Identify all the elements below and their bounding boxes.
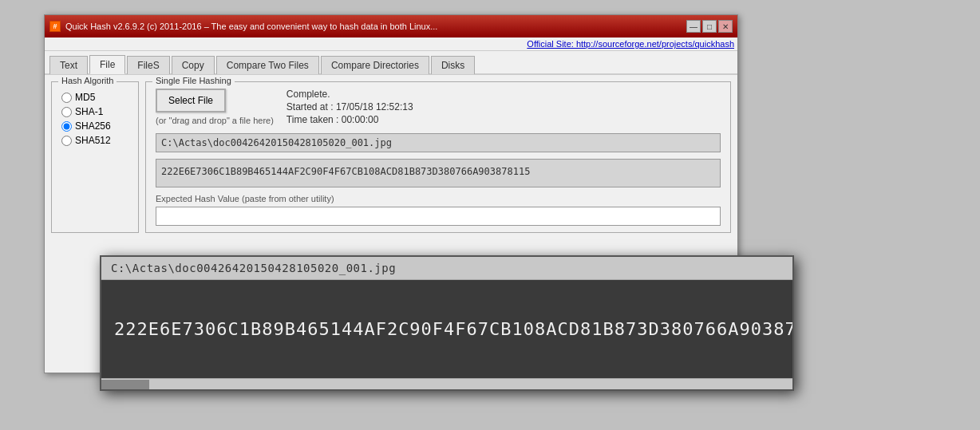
md5-label: MD5 xyxy=(75,92,95,103)
minimize-button[interactable]: — xyxy=(686,20,701,33)
expected-hash-input[interactable] xyxy=(156,207,721,226)
sha1-radio[interactable] xyxy=(61,107,72,117)
sha1-option[interactable]: SHA-1 xyxy=(61,106,128,117)
title-bar-left: # Quick Hash v2.6.9.2 (c) 2011-2016 – Th… xyxy=(49,21,437,32)
official-site-link[interactable]: Official Site: http://sourceforge.net/pr… xyxy=(527,39,734,49)
drag-drop-hint: (or "drag and drop" a file here) xyxy=(156,116,274,125)
zoom-hash-text: 222E6E7306C1B89B465144AF2C90F4F67CB108AC… xyxy=(114,319,794,339)
status-complete: Complete. xyxy=(286,89,413,100)
md5-radio[interactable] xyxy=(61,93,72,103)
file-top-row: Select File (or "drag and drop" a file h… xyxy=(156,89,721,125)
file-path-field[interactable] xyxy=(156,133,721,152)
sha256-label: SHA256 xyxy=(75,120,111,132)
hash-output-field: 222E6E7306C1B89B465144AF2C90F4F67CB108AC… xyxy=(156,159,721,187)
app-icon: # xyxy=(49,21,61,32)
md5-option[interactable]: MD5 xyxy=(61,92,128,103)
content-area: Hash Algorith MD5 SHA-1 SHA256 SHA512 Si… xyxy=(45,75,737,239)
sha256-radio[interactable] xyxy=(61,121,72,132)
window-controls: — □ ✕ xyxy=(686,20,733,33)
single-file-label: Single File Hashing xyxy=(152,76,235,85)
time-taken: Time taken : 00:00:00 xyxy=(286,114,413,125)
single-file-group: Single File Hashing Select File (or "dra… xyxy=(145,81,731,233)
tab-bar: Text File FileS Copy Compare Two Files C… xyxy=(45,51,737,75)
expected-hash-label: Expected Hash Value (paste from other ut… xyxy=(156,194,721,203)
zoom-path-bar: C:\Actas\doc00426420150428105020_001.jpg xyxy=(101,257,792,280)
select-file-button[interactable]: Select File xyxy=(156,89,226,112)
close-button[interactable]: ✕ xyxy=(718,20,733,33)
sha512-label: SHA512 xyxy=(75,135,111,146)
tab-disks[interactable]: Disks xyxy=(431,56,475,74)
window-title: Quick Hash v2.6.9.2 (c) 2011-2016 – The … xyxy=(65,22,437,31)
menu-area: Official Site: http://sourceforge.net/pr… xyxy=(45,37,737,51)
started-at: Started at : 17/05/18 12:52:13 xyxy=(286,101,413,112)
tab-copy[interactable]: Copy xyxy=(172,56,215,74)
maximize-button[interactable]: □ xyxy=(702,20,717,33)
tab-files[interactable]: FileS xyxy=(127,56,169,74)
sha512-option[interactable]: SHA512 xyxy=(61,135,128,146)
zoom-scroll-thumb[interactable] xyxy=(101,380,149,389)
sha1-label: SHA-1 xyxy=(75,106,103,117)
tab-text[interactable]: Text xyxy=(49,56,88,74)
sha512-radio[interactable] xyxy=(61,136,72,146)
zoom-hash-area: 222E6E7306C1B89B465144AF2C90F4F67CB108AC… xyxy=(101,280,792,378)
title-bar: # Quick Hash v2.6.9.2 (c) 2011-2016 – Th… xyxy=(45,15,737,37)
hash-algorithm-group: Hash Algorith MD5 SHA-1 SHA256 SHA512 xyxy=(51,81,139,233)
sha256-option[interactable]: SHA256 xyxy=(61,120,128,132)
select-file-area: Select File (or "drag and drop" a file h… xyxy=(156,89,274,125)
tab-compare-directories[interactable]: Compare Directories xyxy=(321,56,429,74)
tab-file[interactable]: File xyxy=(89,55,125,74)
hash-algorithm-label: Hash Algorith xyxy=(58,76,117,85)
status-info: Complete. Started at : 17/05/18 12:52:13… xyxy=(286,89,413,125)
zoom-popup: C:\Actas\doc00426420150428105020_001.jpg… xyxy=(100,255,794,391)
tab-compare-two-files[interactable]: Compare Two Files xyxy=(216,56,319,74)
zoom-scrollbar[interactable] xyxy=(101,378,792,389)
